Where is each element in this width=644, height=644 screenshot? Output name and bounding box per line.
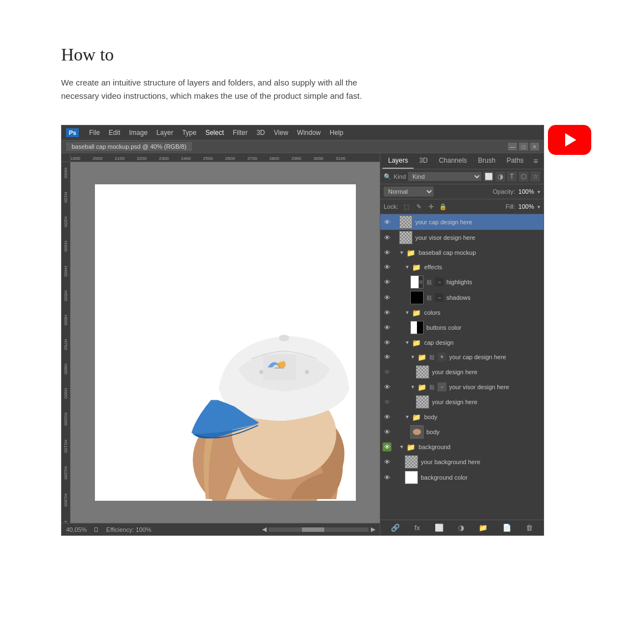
folder-body[interactable]: 👁 ▼ 📁 body bbox=[380, 410, 544, 424]
layer-body[interactable]: 👁 body bbox=[380, 424, 544, 440]
menu-edit[interactable]: Edit bbox=[105, 128, 124, 138]
tab-brush[interactable]: Brush bbox=[472, 153, 501, 169]
tab-channels[interactable]: Channels bbox=[433, 153, 472, 169]
eye-icon-2[interactable]: 👁 bbox=[383, 233, 391, 242]
filter-pixel-icon[interactable]: ⬜ bbox=[484, 172, 494, 182]
filter-text-icon[interactable]: T bbox=[507, 172, 517, 182]
folder-icon-effects: 📁 bbox=[412, 263, 421, 271]
layer-your-background[interactable]: 👁 your background here bbox=[380, 454, 544, 470]
eye-icon-10[interactable]: 👁 bbox=[383, 353, 391, 361]
ps-menubar: Ps File Edit Image Layer Type Select Fil… bbox=[62, 125, 544, 140]
menu-filter[interactable]: Filter bbox=[229, 128, 251, 138]
menu-view[interactable]: View bbox=[270, 128, 291, 138]
collapse-arrow-cap-design: ▼ bbox=[405, 340, 410, 345]
menu-file[interactable]: File bbox=[85, 128, 103, 138]
eye-icon-7[interactable]: 👁 bbox=[383, 308, 391, 317]
menu-select[interactable]: Select bbox=[202, 128, 227, 138]
scroll-right-icon[interactable]: ▶ bbox=[371, 526, 375, 533]
menu-3d[interactable]: 3D bbox=[253, 128, 268, 138]
ps-doc-tab[interactable]: baseball cap mockup.psd @ 40% (RGB/8) bbox=[66, 142, 192, 151]
fx-icon[interactable]: fx bbox=[412, 522, 422, 533]
rv-h1400: H1400 bbox=[63, 521, 68, 523]
ps-ruler-vertical: H000 H100 H200 H300 H400 H500 H600 H700 … bbox=[62, 162, 71, 523]
link-layers-icon[interactable]: 🔗 bbox=[389, 522, 402, 533]
layer-your-design-1[interactable]: 👁 your design here bbox=[380, 364, 544, 380]
lock-all-icon[interactable]: 🔒 bbox=[438, 202, 448, 212]
chain-icon-your-cap: ⛓ bbox=[429, 354, 435, 360]
eye-icon-9[interactable]: 👁 bbox=[383, 338, 391, 347]
folder-cap-design[interactable]: 👁 ▼ 📁 cap design bbox=[380, 335, 544, 350]
ruler-tick-2800: 2800 bbox=[269, 156, 279, 161]
eye-icon-14[interactable]: 👁 bbox=[383, 412, 391, 421]
menu-image[interactable]: Image bbox=[126, 128, 151, 138]
adjustment-icon[interactable]: ◑ bbox=[456, 522, 466, 533]
ps-panel-bottom-toolbar: 🔗 fx ⬜ ◑ 📁 📄 🗑 bbox=[380, 520, 544, 535]
folder-icon-your-visor: 📁 bbox=[417, 383, 426, 391]
youtube-play-button[interactable] bbox=[548, 125, 591, 155]
tab-3d[interactable]: 3D bbox=[414, 153, 433, 169]
panel-menu-icon[interactable]: ≡ bbox=[530, 154, 541, 168]
add-mask-icon[interactable]: ⬜ bbox=[432, 522, 446, 533]
lock-move-icon[interactable]: ✛ bbox=[426, 202, 436, 212]
ruler-tick-2900: 2900 bbox=[291, 156, 301, 161]
eye-icon-4[interactable]: 👁 bbox=[383, 263, 391, 271]
ps-titlebar: baseball cap mockup.psd @ 40% (RGB/8) — … bbox=[62, 140, 544, 153]
ps-canvas-inner bbox=[95, 184, 356, 501]
ps-panel-tabs: Layers 3D Channels Brush Paths ≡ bbox=[380, 153, 544, 169]
ruler-tick-2100: 2100 bbox=[115, 156, 125, 161]
layer-background-color[interactable]: 👁 background color bbox=[380, 470, 544, 485]
rv-h800: H800 bbox=[63, 364, 68, 374]
eye-icon-12[interactable]: 👁 bbox=[383, 383, 391, 391]
folder-your-visor-design[interactable]: 👁 ▼ 📁 ⛓ ~ your visor design here bbox=[380, 380, 544, 394]
new-group-icon[interactable]: 📁 bbox=[476, 522, 490, 533]
scroll-left-icon[interactable]: ◀ bbox=[262, 526, 266, 533]
filter-shape-icon[interactable]: ⬡ bbox=[519, 172, 529, 182]
menu-layer[interactable]: Layer bbox=[153, 128, 177, 138]
menu-type[interactable]: Type bbox=[179, 128, 200, 138]
tab-paths[interactable]: Paths bbox=[501, 153, 529, 169]
eye-icon-5[interactable]: 👁 bbox=[383, 278, 391, 286]
page-description: We create an intuitive structure of laye… bbox=[61, 76, 372, 103]
filter-adj-icon[interactable]: ◑ bbox=[495, 172, 505, 182]
menu-help[interactable]: Help bbox=[326, 128, 347, 138]
tab-layers[interactable]: Layers bbox=[383, 153, 414, 169]
eye-icon-3[interactable]: 👁 bbox=[383, 248, 391, 257]
maximize-button[interactable]: □ bbox=[519, 143, 528, 150]
eye-icon-6[interactable]: 👁 bbox=[383, 293, 391, 302]
filter-smart-icon[interactable]: ☆ bbox=[530, 172, 540, 182]
delete-layer-icon[interactable]: 🗑 bbox=[524, 522, 535, 533]
blend-mode-select[interactable]: Normal bbox=[384, 187, 434, 197]
lock-brush-icon[interactable]: ✎ bbox=[414, 202, 424, 212]
eye-icon-15[interactable]: 👁 bbox=[383, 427, 391, 436]
new-layer-icon[interactable]: 📄 bbox=[500, 522, 514, 533]
layer-your-design-2[interactable]: 👁 your design here bbox=[380, 394, 544, 410]
menu-window[interactable]: Window bbox=[294, 128, 324, 138]
opacity-value[interactable]: 100% bbox=[519, 188, 534, 195]
eye-icon-13[interactable]: 👁 bbox=[383, 398, 391, 406]
fill-arrow-icon: ▾ bbox=[537, 204, 540, 210]
folder-effects[interactable]: 👁 ▼ 📁 effects bbox=[380, 260, 544, 274]
scrollbar-horizontal[interactable] bbox=[269, 527, 369, 532]
layer-shadows[interactable]: 👁 ⛓ → shadows bbox=[380, 290, 544, 305]
folder-your-cap-design[interactable]: 👁 ▼ 📁 ⛓ ▼ your cap design here bbox=[380, 350, 544, 364]
folder-baseball-cap-mockup[interactable]: 👁 ▼ 📁 baseball cap mockup bbox=[380, 245, 544, 260]
eye-icon-16[interactable]: 👁 bbox=[383, 442, 391, 451]
eye-icon-1[interactable]: 👁 bbox=[383, 218, 391, 227]
minimize-button[interactable]: — bbox=[508, 143, 517, 150]
folder-colors[interactable]: 👁 ▼ 📁 colors bbox=[380, 305, 544, 320]
eye-icon-18[interactable]: 👁 bbox=[383, 473, 391, 482]
fill-value[interactable]: 100% bbox=[519, 203, 534, 210]
close-button[interactable]: × bbox=[530, 143, 539, 150]
layer-cap-design-top[interactable]: 👁 your cap design here bbox=[380, 214, 544, 230]
eye-icon-17[interactable]: 👁 bbox=[383, 457, 391, 466]
layer-highlights[interactable]: 👁 ⛓ → bbox=[380, 274, 544, 290]
layer-visor-design-top[interactable]: 👁 your visor design here bbox=[380, 230, 544, 245]
lock-checkerboard-icon[interactable]: ⬚ bbox=[401, 202, 411, 212]
eye-icon-11[interactable]: 👁 bbox=[383, 368, 391, 376]
layer-buttons-color[interactable]: 👁 buttons color bbox=[380, 320, 544, 335]
filter-kind-select[interactable]: Kind bbox=[408, 172, 481, 181]
rv-h700: H700 bbox=[63, 339, 68, 350]
rv-h400: H400 bbox=[63, 266, 68, 276]
folder-background[interactable]: 👁 ▼ 📁 background bbox=[380, 440, 544, 454]
eye-icon-8[interactable]: 👁 bbox=[383, 323, 391, 332]
